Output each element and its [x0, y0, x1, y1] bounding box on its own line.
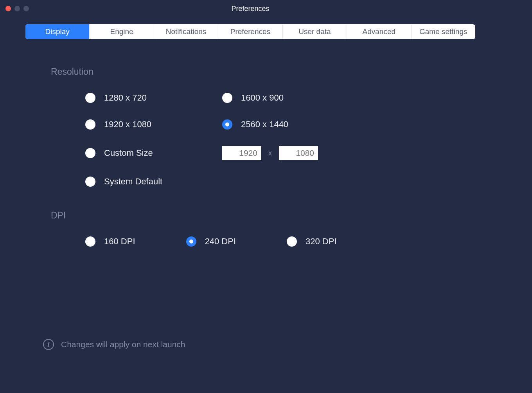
- tab-advanced[interactable]: Advanced: [347, 24, 411, 39]
- radio-1280x720[interactable]: [85, 93, 95, 103]
- radio-label: 1280 x 720: [104, 93, 147, 103]
- custom-size-inputs: x: [222, 146, 450, 160]
- resolution-options: 1280 x 720 1600 x 900 1920 x 1080 2560 x…: [85, 93, 450, 187]
- footer-message: Changes will apply on next launch: [61, 340, 185, 349]
- tab-display[interactable]: Display: [25, 24, 90, 39]
- dpi-options: 160 DPI 240 DPI 320 DPI: [85, 236, 450, 247]
- resolution-section-title: Resolution: [51, 67, 450, 77]
- dpi-option-160[interactable]: 160 DPI: [85, 236, 135, 247]
- radio-label: 1600 x 900: [241, 93, 284, 103]
- resolution-option-2560x1440[interactable]: 2560 x 1440: [222, 119, 450, 130]
- resolution-option-system-default[interactable]: System Default: [85, 177, 450, 187]
- tabs-container: Display Engine Notifications Preferences…: [25, 24, 475, 39]
- custom-height-input[interactable]: [279, 146, 318, 160]
- radio-1920x1080[interactable]: [85, 119, 95, 130]
- info-icon: i: [43, 339, 54, 350]
- size-separator: x: [268, 149, 272, 157]
- tab-engine[interactable]: Engine: [90, 24, 154, 39]
- resolution-option-custom[interactable]: Custom Size: [85, 146, 222, 160]
- dpi-option-320[interactable]: 320 DPI: [287, 236, 337, 247]
- tab-game-settings[interactable]: Game settings: [412, 24, 475, 39]
- resolution-option-1920x1080[interactable]: 1920 x 1080: [85, 119, 222, 130]
- radio-label: 320 DPI: [306, 236, 337, 247]
- radio-label: System Default: [104, 177, 162, 187]
- dpi-section: DPI 160 DPI 240 DPI 320 DPI: [51, 210, 450, 247]
- dpi-option-240[interactable]: 240 DPI: [186, 236, 236, 247]
- radio-2560x1440[interactable]: [222, 119, 232, 130]
- dpi-section-title: DPI: [51, 210, 450, 221]
- radio-320dpi[interactable]: [287, 236, 297, 247]
- radio-1600x900[interactable]: [222, 93, 232, 103]
- traffic-lights: [5, 6, 29, 11]
- radio-custom-size[interactable]: [85, 148, 95, 158]
- radio-label: 240 DPI: [205, 236, 236, 247]
- tab-preferences[interactable]: Preferences: [218, 24, 282, 39]
- custom-width-input[interactable]: [222, 146, 261, 160]
- titlebar: Preferences: [0, 0, 501, 17]
- resolution-option-1280x720[interactable]: 1280 x 720: [85, 93, 222, 103]
- radio-label: 160 DPI: [104, 236, 135, 247]
- footer: i Changes will apply on next launch: [43, 339, 185, 350]
- radio-system-default[interactable]: [85, 177, 95, 187]
- radio-label: 1920 x 1080: [104, 119, 151, 130]
- radio-240dpi[interactable]: [186, 236, 196, 247]
- preferences-window: Preferences Display Engine Notifications…: [0, 0, 501, 370]
- content-area: Resolution 1280 x 720 1600 x 900 1920 x …: [0, 39, 501, 247]
- tab-user-data[interactable]: User data: [283, 24, 347, 39]
- minimize-window-button[interactable]: [14, 6, 20, 11]
- radio-160dpi[interactable]: [85, 236, 95, 247]
- resolution-option-1600x900[interactable]: 1600 x 900: [222, 93, 450, 103]
- window-title: Preferences: [231, 5, 269, 13]
- tab-notifications[interactable]: Notifications: [154, 24, 218, 39]
- close-window-button[interactable]: [5, 6, 11, 11]
- radio-label: 2560 x 1440: [241, 119, 288, 130]
- radio-label: Custom Size: [104, 148, 153, 158]
- maximize-window-button[interactable]: [23, 6, 29, 11]
